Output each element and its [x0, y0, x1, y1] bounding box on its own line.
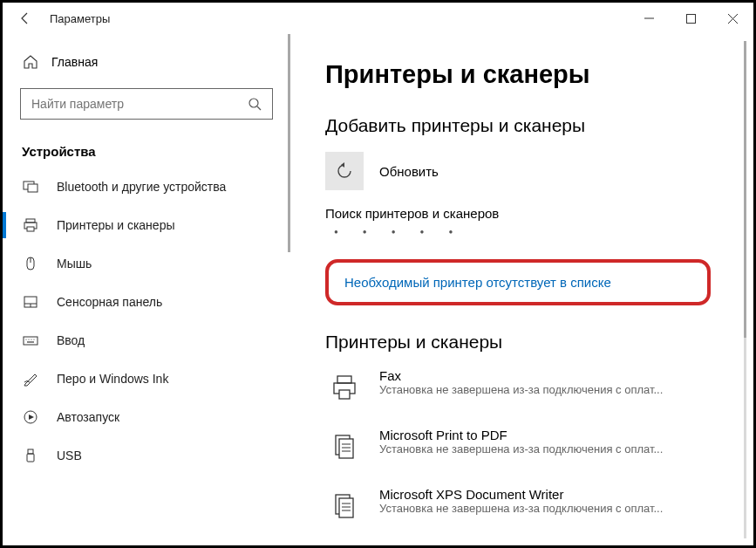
close-button[interactable] [712, 3, 753, 34]
search-box[interactable] [20, 88, 273, 120]
page-title: Принтеры и сканеры [325, 60, 753, 89]
svg-point-19 [31, 339, 31, 339]
sidebar-item-label: Перо и Windows Ink [57, 372, 168, 386]
usb-icon [22, 448, 39, 463]
xps-printer-icon [325, 487, 364, 525]
section-title: Устройства [3, 130, 290, 168]
search-icon [248, 97, 262, 111]
maximize-button[interactable] [670, 3, 712, 34]
refresh-label: Обновить [379, 164, 439, 179]
printer-icon [22, 217, 39, 233]
fax-icon [325, 368, 364, 407]
refresh-icon [335, 161, 354, 181]
printer-status: Установка не завершена из-за подключения… [379, 502, 711, 515]
printer-item[interactable]: Microsoft XPS Document Writer Установка … [325, 487, 753, 525]
progress-dots: ●●●●● [325, 224, 753, 238]
searching-text: Поиск принтеров и сканеров [325, 206, 753, 221]
sidebar-item-label: Принтеры и сканеры [57, 218, 174, 232]
svg-point-20 [33, 339, 34, 339]
sidebar-item-usb[interactable]: USB [3, 436, 290, 475]
svg-rect-25 [27, 454, 34, 462]
printer-name: Microsoft XPS Document Writer [379, 487, 753, 502]
sidebar-item-printers[interactable]: Принтеры и сканеры [3, 206, 290, 244]
sidebar-item-mouse[interactable]: Мышь [3, 244, 290, 283]
svg-marker-23 [29, 414, 34, 420]
sidebar-item-autoplay[interactable]: Автозапуск [3, 398, 290, 436]
sidebar-item-touchpad[interactable]: Сенсорная панель [3, 283, 290, 321]
window-controls [628, 3, 753, 34]
printer-status: Установка не завершена из-за подключения… [379, 383, 711, 396]
printer-name: Fax [379, 368, 753, 383]
pen-icon [22, 371, 39, 387]
svg-rect-7 [28, 184, 37, 192]
sidebar-item-label: Bluetooth и другие устройства [57, 180, 226, 194]
svg-point-17 [25, 339, 26, 339]
titlebar: Параметры [3, 3, 753, 34]
svg-rect-8 [26, 219, 35, 223]
back-button[interactable] [18, 11, 43, 25]
svg-rect-36 [339, 498, 353, 517]
main-panel: Принтеры и сканеры Добавить принтеры и с… [290, 34, 753, 545]
svg-rect-29 [339, 390, 350, 399]
printer-status: Установка не завершена из-за подключения… [379, 442, 711, 456]
svg-line-5 [257, 106, 261, 110]
refresh-row: Обновить [325, 152, 753, 190]
svg-rect-16 [24, 337, 37, 345]
main-scrollbar[interactable] [744, 41, 746, 338]
sidebar-item-label: Ввод [57, 333, 85, 347]
svg-rect-31 [339, 439, 353, 458]
add-section-title: Добавить принтеры и сканеры [325, 115, 753, 136]
autoplay-icon [22, 409, 39, 425]
sidebar-item-label: Мышь [57, 257, 92, 271]
sidebar-item-label: Автозапуск [57, 410, 119, 424]
mouse-icon [22, 256, 39, 271]
home-link[interactable]: Главная [3, 46, 290, 78]
svg-point-18 [28, 339, 29, 339]
list-section-title: Принтеры и сканеры [325, 332, 753, 353]
sidebar-item-label: USB [57, 449, 82, 462]
svg-rect-1 [686, 14, 695, 23]
sidebar-item-pen[interactable]: Перо и Windows Ink [3, 360, 290, 398]
home-icon [22, 54, 39, 70]
svg-rect-24 [28, 449, 33, 454]
printer-item[interactable]: Microsoft Print to PDF Установка не заве… [325, 428, 753, 466]
svg-marker-26 [341, 162, 344, 168]
svg-rect-10 [27, 227, 34, 231]
printer-item[interactable]: Fax Установка не завершена из-за подключ… [325, 368, 753, 407]
pdf-printer-icon [325, 428, 364, 466]
printer-name: Microsoft Print to PDF [379, 428, 753, 442]
refresh-button[interactable] [325, 152, 364, 190]
sidebar-item-bluetooth[interactable]: Bluetooth и другие устройства [3, 168, 290, 206]
minimize-button[interactable] [628, 3, 670, 34]
devices-icon [22, 179, 39, 195]
sidebar-item-label: Сенсорная панель [57, 295, 162, 309]
search-input[interactable] [31, 97, 248, 111]
touchpad-icon [22, 294, 39, 310]
home-label: Главная [51, 55, 98, 69]
app-title: Параметры [50, 12, 110, 25]
svg-rect-27 [337, 376, 351, 383]
printer-not-listed-link[interactable]: Необходимый принтер отсутствует в списке [325, 259, 711, 305]
keyboard-icon [22, 332, 39, 348]
sidebar: Главная Устройства Bluetooth и другие ус… [3, 34, 290, 545]
sidebar-item-typing[interactable]: Ввод [3, 321, 290, 360]
svg-point-4 [249, 99, 258, 107]
